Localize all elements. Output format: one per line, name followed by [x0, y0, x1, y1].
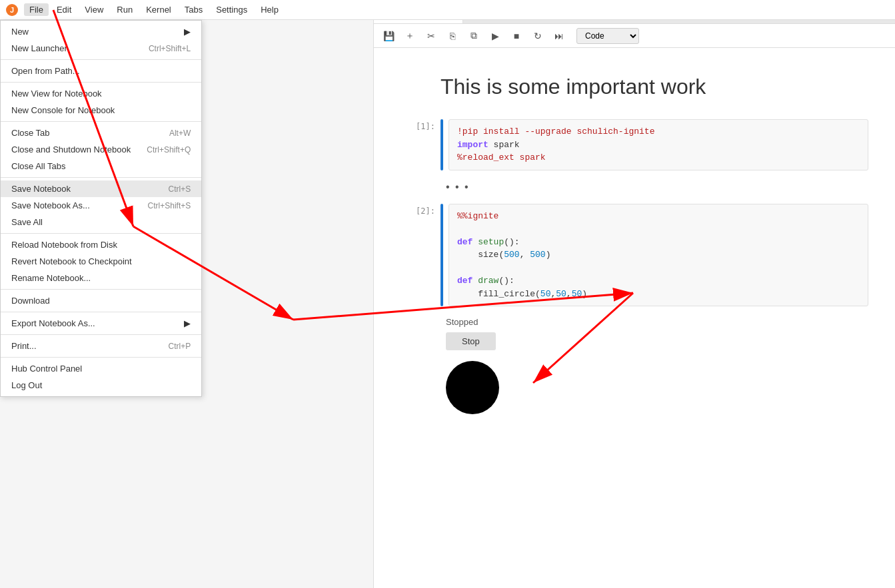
menu-item-new-console-label: New Console for Notebook: [11, 105, 115, 115]
code-setup: setup: [472, 237, 504, 247]
cell-1-bar: [441, 119, 443, 170]
sep-3: [1, 121, 201, 122]
run-button[interactable]: ▶: [486, 27, 504, 45]
menu-item-new-label: New: [11, 27, 29, 37]
menu-item-save-all-label: Save All: [11, 217, 43, 227]
save-button[interactable]: 💾: [379, 27, 398, 45]
code-reload: %reload_ext spark: [457, 152, 546, 162]
menu-item-print-label: Print...: [11, 341, 37, 351]
cut-button[interactable]: ✂: [422, 27, 441, 45]
code-def1: def: [457, 237, 472, 247]
menu-item-new[interactable]: New ▶: [1, 23, 201, 40]
code-draw: draw: [472, 276, 498, 286]
copy-button[interactable]: ⎘: [443, 27, 462, 45]
file-dropdown-menu: New ▶ New Launcher Ctrl+Shift+L Open fro…: [0, 20, 202, 397]
menu-item-logout-label: Log Out: [11, 380, 42, 390]
code-def2: def: [457, 276, 472, 286]
menu-item-reload[interactable]: Reload Notebook from Disk: [1, 236, 201, 253]
menu-tabs[interactable]: Tabs: [179, 3, 208, 16]
notebook-title: This is some important work: [441, 75, 868, 99]
code-import: import: [457, 140, 488, 150]
output-stopped-label: Stopped: [446, 317, 868, 327]
cell-2-code[interactable]: %%ignite def setup(): size(500, 500) def…: [448, 204, 868, 307]
cell-2-output: Stopped Stop: [446, 317, 868, 414]
app-logo: J: [5, 3, 19, 17]
menu-item-save-notebook-label: Save Notebook: [11, 184, 71, 194]
menu-item-rename-label: Rename Notebook...: [11, 273, 91, 283]
stop-button[interactable]: ■: [507, 27, 526, 45]
menu-item-hub[interactable]: Hub Control Panel: [1, 360, 201, 377]
menu-item-close-shutdown-label: Close and Shutdown Notebook: [11, 145, 131, 154]
paste-button[interactable]: ⧉: [464, 27, 483, 45]
menu-item-open-path[interactable]: Open from Path...: [1, 63, 201, 79]
menu-item-close-tab[interactable]: Close Tab Alt+W: [1, 125, 201, 141]
menu-item-save-as[interactable]: Save Notebook As... Ctrl+Shift+S: [1, 197, 201, 214]
cell-2-bar: [441, 204, 443, 307]
notebook-content: This is some important work [1]: !pip in…: [374, 48, 895, 438]
menu-item-save-all[interactable]: Save All: [1, 214, 201, 230]
cell-1-code[interactable]: !pip install --upgrade schulich-ignite i…: [448, 119, 868, 170]
notebook-toolbar: 💾 ＋ ✂ ⎘ ⧉ ▶ ■ ↻ ⏭ Code Markdown Raw: [374, 24, 895, 48]
menu-item-export[interactable]: Export Notebook As... ▶: [1, 315, 201, 332]
menu-item-new-launcher-shortcut: Ctrl+Shift+L: [149, 44, 191, 53]
menu-item-save-notebook[interactable]: Save Notebook Ctrl+S: [1, 180, 201, 197]
menu-item-revert-label: Revert Notebook to Checkpoint: [11, 256, 132, 266]
menu-item-close-tab-shortcut: Alt+W: [169, 129, 191, 138]
menu-item-reload-label: Reload Notebook from Disk: [11, 240, 117, 250]
menu-item-print[interactable]: Print... Ctrl+P: [1, 338, 201, 354]
menu-item-new-view-label: New View for Notebook: [11, 89, 102, 99]
menu-item-open-path-label: Open from Path...: [11, 66, 80, 76]
menu-item-new-view[interactable]: New View for Notebook: [1, 85, 201, 102]
menu-item-download[interactable]: Download: [1, 292, 201, 309]
menu-item-save-as-shortcut: Ctrl+Shift+S: [148, 201, 191, 210]
circle-canvas-output: [446, 361, 499, 414]
file-dropdown-overlay: New ▶ New Launcher Ctrl+Shift+L Open fro…: [0, 20, 202, 397]
cell-type-selector-wrapper: Code Markdown Raw: [576, 28, 639, 44]
stop-execution-button[interactable]: Stop: [446, 332, 496, 350]
fast-forward-button[interactable]: ⏭: [550, 27, 568, 45]
menu-item-hub-label: Hub Control Panel: [11, 364, 82, 374]
cell-2-number: [2]:: [401, 204, 441, 307]
menu-run[interactable]: Run: [111, 3, 138, 16]
menu-item-close-shutdown[interactable]: Close and Shutdown Notebook Ctrl+Shift+Q: [1, 141, 201, 158]
menu-kernel[interactable]: Kernel: [141, 3, 177, 16]
menu-item-export-label: Export Notebook As...: [11, 318, 95, 328]
menu-item-save-notebook-shortcut: Ctrl+S: [169, 184, 191, 194]
menu-item-close-all[interactable]: Close All Tabs: [1, 158, 201, 174]
menu-item-logout[interactable]: Log Out: [1, 377, 201, 394]
menu-item-download-label: Download: [11, 296, 50, 306]
menu-item-print-shortcut: Ctrl+P: [169, 342, 191, 351]
sep-4: [1, 177, 201, 178]
cell-1: [1]: !pip install --upgrade schulich-ign…: [401, 119, 868, 170]
menu-item-new-arrow: ▶: [184, 27, 191, 37]
menu-item-rename[interactable]: Rename Notebook...: [1, 270, 201, 286]
cell-1-number: [1]:: [401, 119, 441, 170]
menu-item-new-launcher-label: New Launcher: [11, 43, 67, 53]
menu-item-close-tab-label: Close Tab: [11, 128, 50, 138]
code-pip: !pip install --upgrade schulich-ignite: [457, 127, 654, 137]
add-cell-button[interactable]: ＋: [401, 27, 419, 45]
menu-bar: J File Edit View Run Kernel Tabs Setting…: [0, 0, 895, 20]
sep-1: [1, 59, 201, 60]
notebook-panel: 📄 Untitled.ipynb ✕ 💾 ＋ ✂ ⎘ ⧉ ▶ ■ ↻ ⏭ Cod…: [373, 0, 895, 588]
refresh-button[interactable]: ↻: [528, 27, 547, 45]
menu-settings[interactable]: Settings: [211, 3, 253, 16]
menu-item-revert[interactable]: Revert Notebook to Checkpoint: [1, 253, 201, 270]
menu-file[interactable]: File: [24, 3, 49, 16]
menu-item-save-as-label: Save Notebook As...: [11, 200, 90, 210]
sep-5: [1, 233, 201, 234]
sep-8: [1, 334, 201, 335]
cell-2: [2]: %%ignite def setup(): size(500, 500…: [401, 204, 868, 307]
menu-item-new-console[interactable]: New Console for Notebook: [1, 102, 201, 119]
menu-item-close-all-label: Close All Tabs: [11, 161, 65, 171]
menu-edit[interactable]: Edit: [51, 3, 77, 16]
menu-item-new-launcher[interactable]: New Launcher Ctrl+Shift+L: [1, 40, 201, 57]
code-size: size(: [478, 250, 504, 260]
cell-type-select[interactable]: Code Markdown Raw: [576, 28, 639, 44]
sep-9: [1, 357, 201, 358]
menu-item-export-arrow: ▶: [184, 318, 191, 328]
menu-item-close-shutdown-shortcut: Ctrl+Shift+Q: [147, 145, 191, 154]
menu-view[interactable]: View: [79, 3, 109, 16]
sep-7: [1, 312, 201, 312]
menu-help[interactable]: Help: [255, 3, 284, 16]
